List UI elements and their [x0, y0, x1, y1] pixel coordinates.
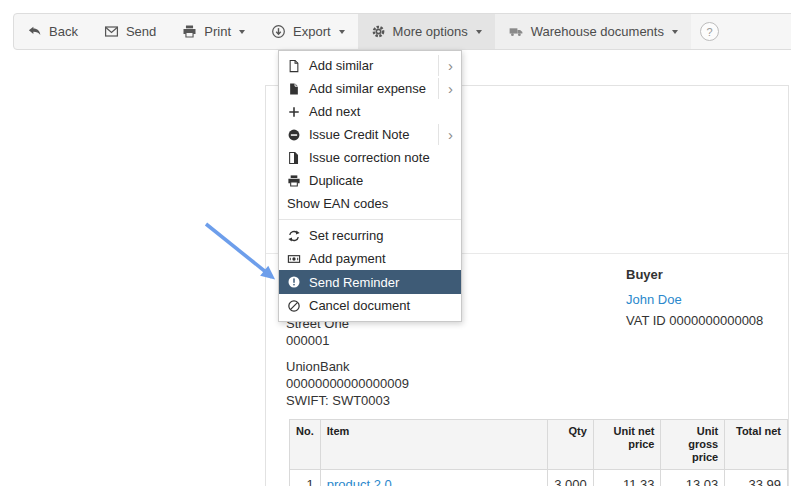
menu-item-label: Add similar	[309, 58, 373, 73]
menu-item-label: Add payment	[309, 251, 386, 266]
toolbar: Back Send Print Export More options Ware…	[13, 13, 791, 50]
cell-total-net: 33.99	[725, 470, 788, 486]
menu-item-set-recurring[interactable]: Set recurring	[279, 224, 461, 247]
seller-bank-details: UnionBank 00000000000000009 SWIFT: SWT00…	[286, 358, 409, 409]
export-button[interactable]: Export	[258, 14, 358, 49]
menu-item-label: Send Reminder	[309, 275, 399, 290]
menu-item-send-reminder[interactable]: Send Reminder	[279, 270, 461, 294]
more-options-menu: Add similar › Add similar expense › Add …	[278, 50, 462, 322]
cell-unit-net-price: 11.33	[593, 470, 661, 486]
col-header-no: No.	[290, 420, 321, 470]
recurring-icon	[287, 229, 301, 243]
send-button-label: Send	[126, 24, 156, 39]
back-button[interactable]: Back	[14, 14, 91, 49]
correction-note-icon	[287, 151, 301, 165]
back-arrow-icon	[27, 24, 42, 39]
plus-icon	[287, 105, 301, 119]
back-button-label: Back	[49, 24, 78, 39]
caret-down-icon	[239, 30, 245, 34]
table-row: 1 product 2.0 3.000 11.33 13.03 33.99	[290, 470, 788, 486]
menu-item-issue-correction-note[interactable]: Issue correction note	[279, 146, 461, 169]
minus-circle-icon	[287, 128, 301, 142]
menu-item-add-payment[interactable]: Add payment	[279, 247, 461, 270]
submenu-arrow-icon: ›	[439, 81, 453, 96]
buyer-name-link[interactable]: John Doe	[626, 292, 682, 307]
more-options-button[interactable]: More options	[358, 14, 495, 49]
menu-item-label: Show EAN codes	[287, 196, 388, 211]
envelope-icon	[104, 24, 119, 39]
buyer-vat-id: VAT ID 0000000000008	[626, 313, 763, 329]
menu-item-label: Add similar expense	[309, 81, 426, 96]
col-header-total-net: Total net	[725, 420, 788, 470]
menu-item-label: Add next	[309, 104, 360, 119]
bank-name: UnionBank	[286, 358, 409, 375]
col-header-unit-net-price: Unit net price	[593, 420, 661, 470]
cell-unit-gross-price: 13.03	[661, 470, 725, 486]
cell-qty: 3.000	[548, 470, 594, 486]
menu-item-show-ean-codes[interactable]: Show EAN codes	[279, 192, 461, 215]
bank-account-number: 00000000000000009	[286, 375, 409, 392]
file-filled-icon	[287, 82, 301, 96]
menu-item-add-similar[interactable]: Add similar ›	[279, 54, 461, 77]
menu-item-label: Cancel document	[309, 298, 410, 313]
menu-item-add-next[interactable]: Add next	[279, 100, 461, 123]
send-button[interactable]: Send	[91, 14, 169, 49]
col-header-unit-gross-price: Unit gross price	[661, 420, 725, 470]
caret-down-icon	[339, 30, 345, 34]
truck-icon	[508, 24, 524, 39]
reminder-info-icon	[287, 275, 301, 289]
print-button[interactable]: Print	[169, 14, 258, 49]
bank-swift: SWIFT: SWT0003	[286, 392, 409, 409]
col-header-qty: Qty	[548, 420, 594, 470]
banknote-icon	[287, 252, 301, 266]
gear-icon	[371, 24, 386, 39]
line-items-table: No. Item Qty Unit net price Unit gross p…	[289, 419, 788, 486]
print-button-label: Print	[204, 24, 231, 39]
question-mark-icon: ?	[706, 26, 712, 38]
caret-down-icon	[476, 30, 482, 34]
menu-item-label: Duplicate	[309, 173, 363, 188]
product-link[interactable]: product 2.0	[327, 477, 392, 486]
submenu-arrow-icon: ›	[439, 127, 453, 142]
warehouse-documents-label: Warehouse documents	[531, 24, 664, 39]
menu-item-issue-credit-note[interactable]: Issue Credit Note ›	[279, 123, 461, 146]
buyer-heading: Buyer	[626, 267, 763, 283]
caret-down-icon	[672, 30, 678, 34]
download-circle-icon	[271, 24, 286, 39]
menu-item-label: Issue correction note	[309, 150, 430, 165]
seller-postcode: 000001	[286, 332, 349, 349]
table-header-row: No. Item Qty Unit net price Unit gross p…	[290, 420, 788, 470]
submenu-arrow-icon: ›	[439, 58, 453, 73]
printer-icon	[287, 174, 301, 188]
help-button[interactable]: ?	[700, 22, 719, 41]
export-button-label: Export	[293, 24, 331, 39]
menu-item-add-similar-expense[interactable]: Add similar expense ›	[279, 77, 461, 100]
more-options-label: More options	[393, 24, 468, 39]
menu-item-label: Issue Credit Note	[309, 127, 409, 142]
menu-divider	[279, 219, 461, 220]
menu-item-label: Set recurring	[309, 228, 383, 243]
warehouse-documents-button[interactable]: Warehouse documents	[495, 14, 691, 49]
file-outline-icon	[287, 59, 301, 73]
cancel-circle-icon	[287, 299, 301, 313]
cell-no: 1	[290, 470, 321, 486]
col-header-item: Item	[320, 420, 548, 470]
menu-item-cancel-document[interactable]: Cancel document	[279, 294, 461, 317]
buyer-section: Buyer John Doe VAT ID 0000000000008	[626, 267, 763, 329]
printer-icon	[182, 24, 197, 39]
menu-item-duplicate[interactable]: Duplicate	[279, 169, 461, 192]
